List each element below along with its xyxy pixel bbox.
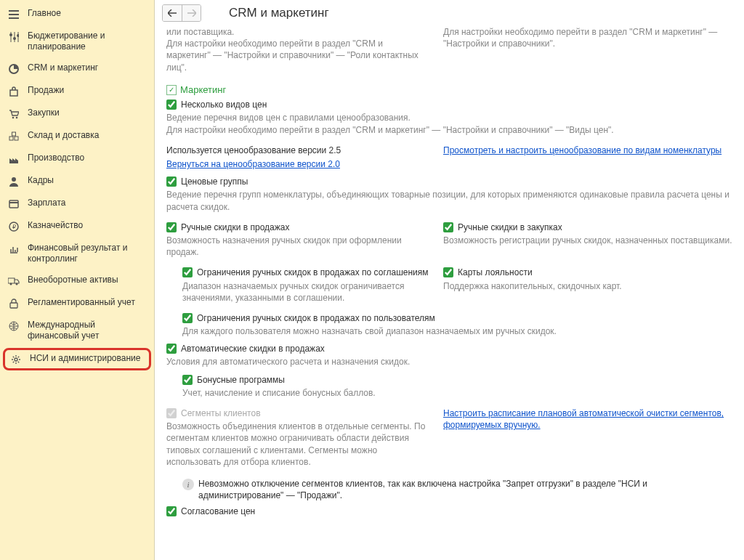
checkbox-manual-purch[interactable]	[443, 222, 453, 232]
svg-rect-6	[9, 137, 13, 140]
sidebar-item-2[interactable]: CRM и маркетинг	[0, 57, 154, 80]
sidebar-item-9[interactable]: ₽Казначейство	[0, 215, 154, 238]
segments-link[interactable]: Настроить расписание плановой автоматиче…	[443, 408, 724, 430]
sidebar-item-label: Регламентированный учет	[28, 297, 148, 308]
content: или поставщика. Для настройки необходимо…	[155, 25, 744, 560]
sidebar-item-10[interactable]: Финансовый результат и контроллинг	[0, 238, 154, 269]
sidebar-item-label: НСИ и администрирование	[30, 353, 146, 364]
main-area: CRM и маркетинг или поставщика. Для наст…	[155, 0, 744, 560]
sidebar-item-12[interactable]: Регламентированный учет	[0, 292, 154, 315]
label-loyalty: Карты лояльности	[458, 267, 533, 278]
page-title: CRM и маркетинг	[229, 6, 329, 20]
intro-left-desc: или поставщика. Для настройки необходимо…	[166, 26, 429, 73]
coin-icon: ₽	[7, 221, 20, 232]
section-label: Маркетинг	[180, 84, 226, 97]
intro-right-desc: Для настройки необходимо перейти в разде…	[443, 26, 734, 49]
checkbox-limit-users[interactable]	[182, 313, 193, 323]
desc-loyalty: Поддержка накопительных, скидочных карт.	[443, 280, 734, 292]
sidebar-item-label: Бюджетирование и планирование	[28, 31, 148, 52]
checkbox-bonus[interactable]	[182, 375, 193, 385]
chart-icon	[7, 243, 20, 255]
checkbox-loyalty[interactable]	[443, 267, 453, 277]
sidebar-item-3[interactable]: Продажи	[0, 80, 154, 102]
sidebar: ГлавноеБюджетирование и планированиеCRM …	[0, 0, 155, 560]
sidebar-item-label: CRM и маркетинг	[28, 62, 148, 73]
desc-segments: Возможность объединения клиентов в отдел…	[166, 421, 429, 468]
sidebar-item-0[interactable]: Главное	[0, 3, 154, 25]
menu-icon	[7, 9, 20, 20]
boxes-icon	[7, 131, 20, 142]
checkbox-price-groups[interactable]	[166, 176, 177, 187]
globe-icon	[7, 320, 20, 332]
pie-icon	[7, 63, 20, 75]
checkbox-price-approval[interactable]	[166, 506, 177, 516]
svg-point-9	[12, 177, 16, 182]
sidebar-item-label: Внеоборотные активы	[28, 275, 148, 285]
sidebar-item-label: Производство	[28, 153, 148, 163]
arrow-right-icon	[187, 9, 196, 17]
desc-price-groups: Ведение перечня групп номенклатуры, объе…	[166, 189, 734, 212]
label-manual-purch: Ручные скидки в закупках	[458, 222, 562, 233]
label-multiple-prices: Несколько видов цен	[181, 99, 267, 110]
sidebar-item-7[interactable]: Кадры	[0, 170, 154, 192]
sidebar-item-label: Финансовый результат и контроллинг	[28, 243, 148, 264]
svg-point-4	[12, 117, 15, 119]
lock-icon	[7, 298, 20, 309]
collapse-icon: ✓	[166, 85, 177, 95]
titlebar: CRM и маркетинг	[155, 0, 744, 25]
sidebar-item-label: Зарплата	[28, 198, 148, 208]
pricing-right-link[interactable]: Просмотреть и настроить ценообразование …	[443, 145, 721, 155]
bag-icon	[7, 86, 20, 97]
desc-manual-sales: Возможность назначения ручных скидок при…	[166, 235, 429, 258]
checkbox-multiple-prices[interactable]	[166, 100, 177, 110]
back-button[interactable]	[163, 5, 182, 21]
desc-limit-agreement: Диапазон назначаемых ручных скидок огран…	[182, 280, 429, 304]
label-limit-agreement: Ограничения ручных скидок в продажах по …	[197, 267, 429, 278]
info-segments: i Невозможно отключение сегментов клиент…	[182, 478, 734, 501]
forward-button[interactable]	[182, 5, 201, 21]
sidebar-item-label: Казначейство	[28, 220, 148, 231]
label-auto-discounts: Автоматические скидки в продажах	[181, 343, 325, 354]
sliders-icon	[7, 31, 20, 43]
factory-icon	[7, 153, 20, 165]
checkbox-limit-agreement[interactable]	[182, 267, 193, 277]
checkbox-auto-discounts[interactable]	[166, 344, 177, 354]
sidebar-item-label: Международный финансовый учет	[28, 320, 148, 341]
svg-rect-15	[10, 303, 17, 308]
person-icon	[7, 176, 20, 187]
sidebar-item-label: Главное	[28, 8, 148, 19]
card-icon	[7, 198, 20, 210]
sidebar-item-5[interactable]: Склад и доставка	[0, 125, 154, 147]
gear-icon	[9, 354, 23, 365]
desc-bonus: Учет, начисление и списание бонусных бал…	[182, 387, 734, 399]
sidebar-item-13[interactable]: Международный финансовый учет	[0, 315, 154, 346]
arrow-left-icon	[168, 9, 177, 17]
svg-rect-10	[9, 200, 18, 208]
svg-point-14	[16, 283, 18, 285]
desc-manual-purch: Возможность регистрации ручных скидок, н…	[443, 235, 734, 246]
checkbox-segments	[166, 408, 177, 418]
label-manual-sales: Ручные скидки в продажах	[181, 222, 289, 233]
info-icon: i	[182, 479, 194, 490]
checkbox-manual-sales[interactable]	[166, 222, 177, 232]
svg-rect-8	[12, 132, 16, 136]
desc-limit-users: Для каждого пользователя можно назначать…	[182, 325, 734, 337]
label-price-groups: Ценовые группы	[181, 176, 248, 187]
sidebar-item-1[interactable]: Бюджетирование и планирование	[0, 25, 154, 57]
svg-text:₽: ₽	[12, 224, 16, 230]
desc-auto-discounts: Условия для автоматического расчета и на…	[166, 356, 734, 368]
info-segments-text: Невозможно отключение сегментов клиентов…	[198, 478, 734, 501]
section-marketing[interactable]: ✓ Маркетинг	[166, 84, 734, 97]
sidebar-item-11[interactable]: Внеоборотные активы	[0, 269, 154, 292]
sidebar-item-label: Продажи	[28, 85, 148, 96]
sidebar-item-6[interactable]: Производство	[0, 147, 154, 170]
pricing-version-link[interactable]: Вернуться на ценообразование версии 2.0	[166, 159, 340, 169]
label-bonus: Бонусные программы	[197, 374, 285, 386]
sidebar-item-4[interactable]: Закупки	[0, 102, 154, 125]
nav-buttons	[162, 4, 201, 22]
svg-rect-7	[15, 137, 18, 140]
sidebar-item-8[interactable]: Зарплата	[0, 192, 154, 215]
svg-point-17	[15, 358, 17, 361]
sidebar-item-14[interactable]: НСИ и администрирование	[3, 348, 151, 370]
label-price-approval: Согласование цен	[181, 506, 255, 517]
